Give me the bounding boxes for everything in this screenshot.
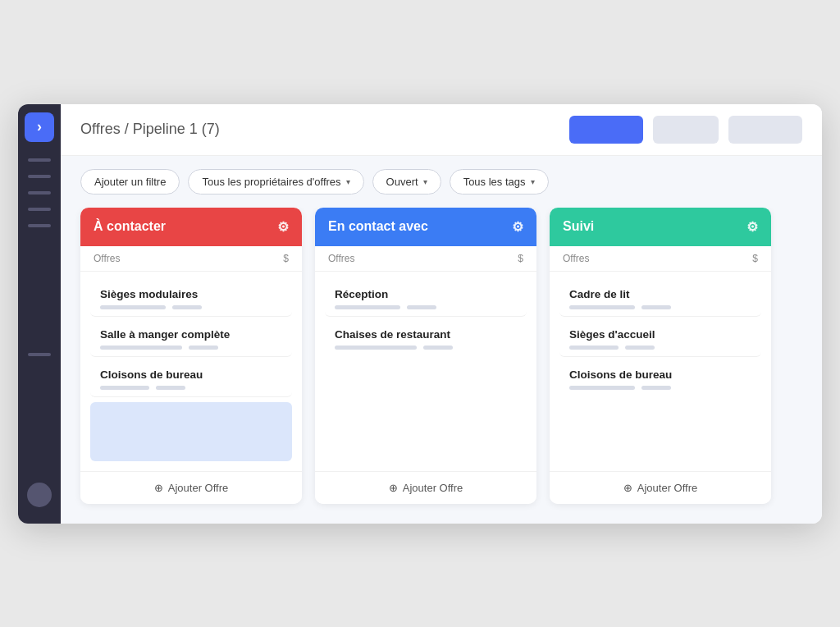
title-pipeline: Pipeline 1 (7): [133, 121, 220, 137]
column-title-a-contacter: À contacter: [94, 219, 166, 234]
subheader-right: $: [283, 253, 289, 264]
main-content: Offres / Pipeline 1 (7) Ajouter un filtr…: [61, 104, 822, 524]
deal-bar: [335, 346, 417, 350]
sidebar-logo[interactable]: ›: [25, 112, 54, 142]
deal-bar: [569, 386, 635, 390]
deal-title: Sièges modulaires: [100, 288, 282, 300]
column-header-a-contacter: À contacter ⚙: [80, 208, 302, 246]
deal-title: Cloisons de bureau: [569, 368, 751, 381]
deal-title: Réception: [335, 288, 517, 300]
deal-meta: [569, 386, 751, 390]
subheader-left: Offres: [328, 253, 354, 264]
tags-filter-label: Tous les tags: [463, 176, 526, 188]
status-filter-button[interactable]: Ouvert ▾: [372, 169, 441, 195]
column-title-en-contact: En contact avec: [328, 219, 428, 234]
deal-card[interactable]: Cadre de lit: [559, 278, 761, 317]
sidebar-nav-item-3[interactable]: [28, 191, 51, 195]
filter-label: Ajouter un filtre: [94, 176, 166, 188]
deal-card[interactable]: Sièges d'accueil: [559, 318, 761, 357]
column-en-contact: En contact avec ⚙ Offres $ Réception: [315, 208, 536, 504]
filter-bar: Ajouter un filtre Tous les propriétaires…: [61, 156, 822, 208]
gear-icon[interactable]: ⚙: [277, 219, 289, 235]
subheader-left: Offres: [94, 253, 120, 264]
deal-meta: [335, 346, 517, 350]
deal-card[interactable]: Salle à manger complète: [90, 318, 292, 357]
sidebar-nav-item-6[interactable]: [28, 353, 51, 356]
page-header: Offres / Pipeline 1 (7): [61, 104, 822, 156]
add-icon: ⊕: [389, 482, 398, 494]
add-offer-button-suivi[interactable]: ⊕ Ajouter Offre: [550, 471, 771, 504]
deal-bar: [569, 305, 635, 309]
deal-title: Chaises de restaurant: [335, 328, 517, 341]
add-offer-button-a-contacter[interactable]: ⊕ Ajouter Offre: [80, 471, 302, 504]
deal-meta: [335, 305, 517, 309]
deal-meta: [569, 305, 751, 309]
deal-tag: [156, 386, 185, 390]
tags-filter-button[interactable]: Tous les tags ▾: [450, 169, 549, 195]
deal-tag: [172, 305, 202, 309]
gear-icon[interactable]: ⚙: [746, 219, 758, 235]
deal-meta: [569, 346, 751, 350]
column-body-a-contacter: Sièges modulaires Salle à manger complèt…: [80, 272, 302, 471]
deal-tag: [625, 346, 655, 350]
deal-card[interactable]: Réception: [325, 278, 527, 317]
add-icon: ⊕: [154, 482, 163, 494]
sidebar-nav-item-1[interactable]: [28, 158, 51, 162]
deal-tag: [641, 305, 671, 309]
deal-card[interactable]: Sièges modulaires: [90, 278, 292, 317]
sidebar-nav-item-5[interactable]: [28, 224, 51, 227]
chevron-down-icon: ▾: [531, 177, 535, 186]
column-subheader-a-contacter: Offres $: [80, 246, 302, 272]
column-a-contacter: À contacter ⚙ Offres $ Sièges modulaires: [80, 208, 302, 504]
owners-filter-button[interactable]: Tous les propriétaires d'offres ▾: [188, 169, 363, 195]
title-sep: /: [125, 121, 133, 137]
column-body-en-contact: Réception Chaises de restaurant: [315, 272, 536, 471]
subheader-right: $: [518, 253, 523, 264]
column-header-en-contact: En contact avec ⚙: [315, 208, 536, 246]
chevron-down-icon: ▾: [423, 177, 427, 186]
secondary-action-button[interactable]: [653, 116, 719, 144]
sidebar-nav-item-2[interactable]: [28, 175, 51, 178]
kanban-wrapper: À contacter ⚙ Offres $ Sièges modulaires: [61, 208, 822, 524]
subheader-left: Offres: [563, 253, 589, 264]
column-subheader-en-contact: Offres $: [315, 246, 536, 272]
deal-tag: [407, 305, 436, 309]
chevron-down-icon: ▾: [346, 177, 350, 186]
deal-card[interactable]: Cloisons de bureau: [90, 359, 292, 397]
primary-action-button[interactable]: [569, 116, 643, 144]
deal-meta: [100, 386, 282, 390]
deal-bar: [100, 386, 149, 390]
deal-bar: [569, 346, 619, 350]
title-bold: Offres: [80, 121, 121, 137]
kanban-board: À contacter ⚙ Offres $ Sièges modulaires: [61, 208, 822, 524]
status-filter-label: Ouvert: [386, 176, 418, 188]
deal-title: Salle à manger complète: [100, 328, 282, 341]
deal-card[interactable]: Chaises de restaurant: [325, 318, 527, 356]
column-title-suivi: Suivi: [563, 219, 594, 234]
add-filter-button[interactable]: Ajouter un filtre: [80, 169, 180, 195]
column-header-suivi: Suivi ⚙: [550, 208, 771, 246]
deal-card[interactable]: Cloisons de bureau: [559, 359, 761, 396]
add-offer-label: Ajouter Offre: [168, 482, 228, 494]
column-subheader-suivi: Offres $: [550, 246, 771, 272]
user-avatar[interactable]: [27, 483, 52, 507]
deal-meta: [100, 346, 282, 350]
drop-placeholder: [90, 402, 292, 461]
sidebar-nav-item-4[interactable]: [28, 208, 51, 211]
owners-filter-label: Tous les propriétaires d'offres: [202, 176, 340, 188]
add-offer-button-en-contact[interactable]: ⊕ Ajouter Offre: [315, 471, 536, 504]
add-icon: ⊕: [623, 482, 632, 494]
sidebar: ›: [18, 104, 61, 524]
deal-tag: [189, 346, 218, 350]
gear-icon[interactable]: ⚙: [512, 219, 523, 235]
add-offer-label: Ajouter Offre: [403, 482, 463, 494]
page-title: Offres / Pipeline 1 (7): [80, 121, 220, 138]
deal-tag: [423, 346, 453, 350]
deal-bar: [100, 305, 166, 309]
deal-tag: [641, 386, 671, 390]
deal-bar: [335, 305, 400, 309]
logo-icon: ›: [37, 118, 42, 135]
deal-title: Cadre de lit: [569, 288, 751, 300]
tertiary-action-button[interactable]: [728, 116, 802, 144]
deal-meta: [100, 305, 282, 309]
